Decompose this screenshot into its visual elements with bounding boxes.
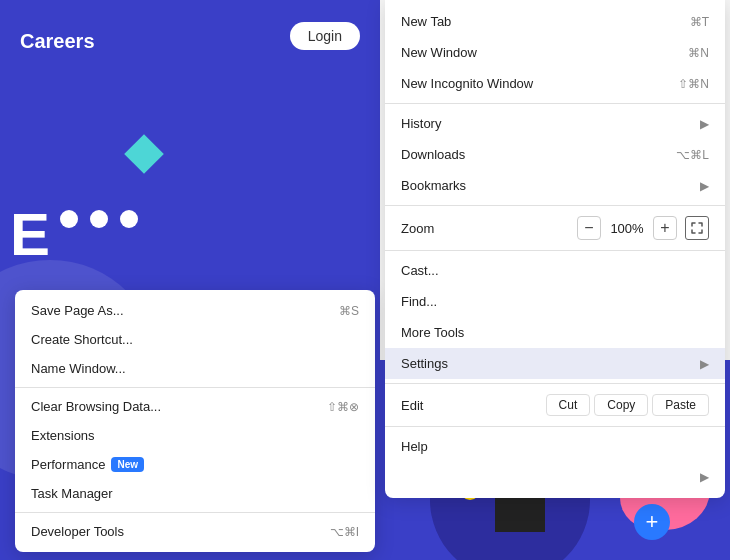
menu-performance[interactable]: Performance New <box>15 450 375 479</box>
menu-separator-2 <box>15 512 375 513</box>
menu-new-tab-shortcut: ⌘T <box>690 15 709 29</box>
menu-create-shortcut[interactable]: Create Shortcut... <box>15 325 375 354</box>
zoom-value: 100% <box>609 221 645 236</box>
more-tools-submenu: Save Page As... ⌘S Create Shortcut... Na… <box>15 290 375 552</box>
rmenu-separator-1 <box>385 103 725 104</box>
menu-edit-label: Edit <box>401 398 542 413</box>
menu-new-window-label: New Window <box>401 45 477 60</box>
menu-developer-tools-shortcut: ⌥⌘I <box>330 525 359 539</box>
menu-incognito-label: New Incognito Window <box>401 76 533 91</box>
menu-task-manager-label: Task Manager <box>31 486 113 501</box>
performance-badge: New <box>111 457 144 472</box>
dots-decoration <box>60 210 138 228</box>
menu-downloads-shortcut: ⌥⌘L <box>676 148 709 162</box>
menu-bookmarks-label: Bookmarks <box>401 178 466 193</box>
menu-developer-tools-label: Developer Tools <box>31 524 124 539</box>
menu-edit-row: Edit Cut Copy Paste <box>385 388 725 422</box>
menu-extensions[interactable]: Extensions <box>15 421 375 450</box>
menu-zoom-label: Zoom <box>401 221 434 236</box>
menu-help-arrow: ▶ <box>700 470 709 484</box>
menu-print[interactable]: Cast... <box>385 255 725 286</box>
rmenu-separator-3 <box>385 250 725 251</box>
menu-task-manager[interactable]: Task Manager <box>15 479 375 508</box>
chrome-main-menu: New Tab ⌘T New Window ⌘N New Incognito W… <box>385 0 725 498</box>
zoom-plus-button[interactable]: + <box>653 216 677 240</box>
menu-save-page-label: Save Page As... <box>31 303 124 318</box>
menu-clear-browsing-shortcut: ⇧⌘⊗ <box>327 400 359 414</box>
menu-bookmarks[interactable]: Bookmarks ▶ <box>385 170 725 201</box>
rmenu-separator-2 <box>385 205 725 206</box>
menu-cast[interactable]: Find... <box>385 286 725 317</box>
menu-settings-label: Help <box>401 439 428 454</box>
plus-button[interactable]: + <box>634 504 670 540</box>
menu-separator-1 <box>15 387 375 388</box>
menu-settings[interactable]: Help <box>385 431 725 462</box>
rmenu-separator-5 <box>385 426 725 427</box>
big-letter-e: E <box>10 200 48 269</box>
menu-name-window[interactable]: Name Window... <box>15 354 375 383</box>
menu-bookmarks-arrow: ▶ <box>700 179 709 193</box>
menu-incognito-shortcut: ⇧⌘N <box>678 77 709 91</box>
menu-print-label: Cast... <box>401 263 439 278</box>
menu-history-arrow: ▶ <box>700 117 709 131</box>
menu-history-label: History <box>401 116 441 131</box>
menu-downloads-label: Downloads <box>401 147 465 162</box>
menu-find[interactable]: More Tools <box>385 317 725 348</box>
menu-clear-browsing-label: Clear Browsing Data... <box>31 399 161 414</box>
menu-extensions-label: Extensions <box>31 428 95 443</box>
zoom-controls: − 100% + <box>577 216 709 240</box>
menu-new-window[interactable]: New Window ⌘N <box>385 37 725 68</box>
menu-clear-browsing[interactable]: Clear Browsing Data... ⇧⌘⊗ <box>15 392 375 421</box>
menu-more-tools-arrow: ▶ <box>700 357 709 371</box>
careers-text: Careers <box>20 30 95 53</box>
edit-paste-button[interactable]: Paste <box>652 394 709 416</box>
zoom-minus-button[interactable]: − <box>577 216 601 240</box>
menu-downloads[interactable]: Downloads ⌥⌘L <box>385 139 725 170</box>
menu-more-tools-label: Settings <box>401 356 448 371</box>
menu-more-tools[interactable]: Settings ▶ <box>385 348 725 379</box>
menu-developer-tools[interactable]: Developer Tools ⌥⌘I <box>15 517 375 546</box>
menu-help[interactable]: ▶ <box>385 462 725 492</box>
menu-find-label: More Tools <box>401 325 464 340</box>
menu-name-window-label: Name Window... <box>31 361 126 376</box>
menu-cast-label: Find... <box>401 294 437 309</box>
menu-new-tab-label: New Tab <box>401 14 451 29</box>
menu-zoom[interactable]: Zoom − 100% + <box>385 210 725 246</box>
menu-performance-label: Performance <box>31 457 105 472</box>
menu-create-shortcut-label: Create Shortcut... <box>31 332 133 347</box>
zoom-fullscreen-button[interactable] <box>685 216 709 240</box>
edit-copy-button[interactable]: Copy <box>594 394 648 416</box>
rmenu-separator-4 <box>385 383 725 384</box>
menu-history[interactable]: History ▶ <box>385 108 725 139</box>
menu-new-tab[interactable]: New Tab ⌘T <box>385 6 725 37</box>
login-button[interactable]: Login <box>290 22 360 50</box>
menu-save-page-shortcut: ⌘S <box>339 304 359 318</box>
diamond-decoration <box>124 134 164 174</box>
edit-cut-button[interactable]: Cut <box>546 394 591 416</box>
menu-new-window-shortcut: ⌘N <box>688 46 709 60</box>
menu-save-page[interactable]: Save Page As... ⌘S <box>15 296 375 325</box>
menu-incognito[interactable]: New Incognito Window ⇧⌘N <box>385 68 725 99</box>
